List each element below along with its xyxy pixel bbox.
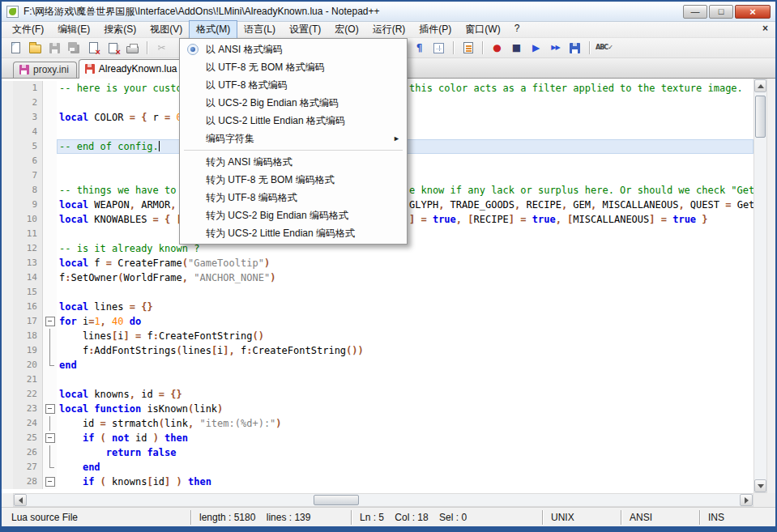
menu-bar: 文件(F)编辑(E)搜索(S)视图(V)格式(M)语言(L)设置(T)宏(O)运… (2, 22, 775, 38)
code-text[interactable]: local knowns, id = {} (57, 387, 754, 402)
print-icon[interactable] (125, 40, 140, 56)
left-margin (2, 154, 13, 168)
code-segment: f (147, 330, 152, 342)
menubar-item-settings[interactable]: 设置(T) (283, 21, 327, 38)
scroll-left-arrow-icon[interactable] (14, 494, 27, 506)
vertical-scrollbar[interactable] (754, 79, 767, 493)
tab-proxy.ini[interactable]: proxy.ini (13, 62, 77, 78)
show-all-chars-icon[interactable]: ¶ (412, 40, 427, 56)
spell-check-icon[interactable]: ABC✓ (596, 40, 612, 56)
user-defined-dialog-icon[interactable] (460, 40, 476, 56)
menubar-item-macro[interactable]: 宏(O) (328, 21, 365, 38)
code-text[interactable]: for i=1, 40 do (57, 314, 754, 329)
fold-box-icon[interactable] (43, 314, 57, 329)
code-line-27[interactable]: 27 end (2, 460, 754, 475)
tab-AlreadyKnown.lua[interactable]: AlreadyKnown.lua (79, 59, 186, 79)
menu-item-4[interactable]: 以 UCS-2 Little Endian 格式编码 (181, 112, 405, 130)
code-text[interactable]: f:SetOwner(WorldFrame, "ANCHOR_NONE") (57, 270, 754, 285)
menu-item-2[interactable]: 以 UTF-8 格式编码 (181, 76, 405, 94)
code-text[interactable]: local lines = {} (57, 300, 754, 314)
stop-macro-icon[interactable]: ■ (509, 40, 524, 56)
menubar-item-language[interactable]: 语言(L) (237, 21, 282, 38)
open-file-icon[interactable] (28, 40, 43, 56)
new-file-icon[interactable] (8, 40, 23, 56)
menu-item-3[interactable]: 以 UCS-2 Big Endian 格式编码 (181, 94, 405, 112)
save-file-icon[interactable] (47, 40, 62, 56)
horizontal-scrollbar[interactable] (13, 493, 754, 507)
code-line-22[interactable]: 22local knowns, id = {} (2, 387, 754, 402)
menubar-close-icon[interactable]: × (762, 23, 768, 33)
title-bar[interactable]: F:\网络游戏\魔兽世界国服\Interface\AddOns\!LMini\A… (2, 2, 775, 22)
code-line-13[interactable]: 13local f = CreateFrame("GameTooltip") (2, 256, 754, 270)
line-number: 10 (13, 212, 43, 227)
menubar-item-run[interactable]: 运行(R) (366, 21, 412, 38)
close-all-icon[interactable] (105, 40, 121, 56)
scroll-down-arrow-icon[interactable] (754, 479, 766, 492)
code-text[interactable]: id = strmatch(link, "item:(%d+):") (57, 416, 754, 431)
menubar-item-search[interactable]: 搜索(S) (97, 21, 143, 38)
code-line-26[interactable]: 26 return false (2, 445, 754, 460)
indent-guide-icon[interactable] (431, 40, 446, 56)
code-text[interactable] (57, 372, 754, 387)
fold-box-icon[interactable] (43, 475, 57, 489)
code-segment: end (59, 360, 77, 371)
code-text[interactable]: return false (57, 445, 754, 460)
menubar-item-edit[interactable]: 编辑(E) (51, 21, 96, 38)
scroll-up-arrow-icon[interactable] (754, 79, 766, 92)
menu-item-5[interactable]: 编码字符集► (181, 130, 405, 147)
code-text[interactable]: lines[i] = f:CreateFontString() (57, 329, 754, 343)
code-line-28[interactable]: 28 if ( knowns[id] ) then (2, 475, 754, 489)
code-line-17[interactable]: 17for i=1, 40 do (2, 314, 754, 329)
run-macro-multiple-icon[interactable]: ▶▶ (548, 40, 563, 56)
minimize-button[interactable]: — (683, 5, 707, 19)
code-line-18[interactable]: 18 lines[i] = f:CreateFontString() (2, 329, 754, 343)
left-margin (2, 431, 13, 445)
code-text[interactable]: local function isKnown(link) (57, 402, 754, 416)
code-line-23[interactable]: 23local function isKnown(link) (2, 402, 754, 416)
code-segment: = (164, 112, 176, 123)
code-line-14[interactable]: 14f:SetOwner(WorldFrame, "ANCHOR_NONE") (2, 270, 754, 285)
menu-item-7[interactable]: 转为 ANSI 编码格式 (181, 153, 405, 171)
code-segment: RECIPE (474, 214, 509, 225)
code-text[interactable]: f:AddFontStrings(lines[i], f:CreateFontS… (57, 343, 754, 358)
maximize-button[interactable]: □ (709, 5, 733, 19)
record-macro-icon[interactable]: ● (489, 40, 505, 56)
menu-item-8[interactable]: 转为 UTF-8 无 BOM 编码格式 (181, 171, 405, 189)
menubar-item-help[interactable]: ? (508, 21, 527, 38)
code-line-16[interactable]: 16local lines = {} (2, 300, 754, 314)
menubar-item-file[interactable]: 文件(F) (6, 21, 50, 38)
code-line-19[interactable]: 19 f:AddFontStrings(lines[i], f:CreateFo… (2, 343, 754, 358)
menubar-item-format[interactable]: 格式(M) (190, 21, 237, 38)
save-all-icon[interactable] (66, 40, 82, 56)
menubar-item-view[interactable]: 视图(V) (143, 21, 189, 38)
fold-box-icon[interactable] (43, 402, 57, 416)
horizontal-scrollbar-thumb[interactable] (314, 495, 359, 505)
show-all-chars-shape: ¶ (416, 43, 423, 53)
close-button[interactable]: × (735, 5, 771, 19)
fold-box-icon[interactable] (43, 431, 57, 445)
code-line-15[interactable]: 15 (2, 285, 754, 300)
code-text[interactable]: end (57, 460, 754, 475)
menu-item-11[interactable]: 转为 UCS-2 Little Endian 编码格式 (181, 224, 405, 242)
code-text[interactable]: if ( not id ) then (57, 431, 754, 445)
menu-item-0[interactable]: 以 ANSI 格式编码 (181, 40, 405, 58)
code-text[interactable] (57, 285, 754, 300)
code-line-25[interactable]: 25 if ( not id ) then (2, 431, 754, 445)
menu-item-1[interactable]: 以 UTF-8 无 BOM 格式编码 (181, 58, 405, 76)
menu-item-9[interactable]: 转为 UTF-8 编码格式 (181, 189, 405, 206)
save-macro-icon[interactable] (567, 40, 583, 56)
code-line-20[interactable]: 20end (2, 358, 754, 372)
code-line-24[interactable]: 24 id = strmatch(link, "item:(%d+):") (2, 416, 754, 431)
menubar-item-window[interactable]: 窗口(W) (459, 21, 506, 38)
menubar-item-plugins[interactable]: 插件(P) (412, 21, 458, 38)
close-file-icon[interactable] (86, 40, 101, 56)
code-text[interactable]: end (57, 358, 754, 372)
scroll-right-arrow-icon[interactable] (740, 494, 753, 506)
code-line-21[interactable]: 21 (2, 372, 754, 387)
cut-icon[interactable]: ✂ (154, 40, 169, 56)
code-text[interactable]: if ( knowns[id] ) then (57, 475, 754, 489)
code-text[interactable]: local f = CreateFrame("GameTooltip") (57, 256, 754, 270)
vertical-scrollbar-thumb[interactable] (755, 96, 766, 138)
menu-item-10[interactable]: 转为 UCS-2 Big Endian 编码格式 (181, 206, 405, 224)
play-macro-icon[interactable]: ▶ (528, 40, 544, 56)
